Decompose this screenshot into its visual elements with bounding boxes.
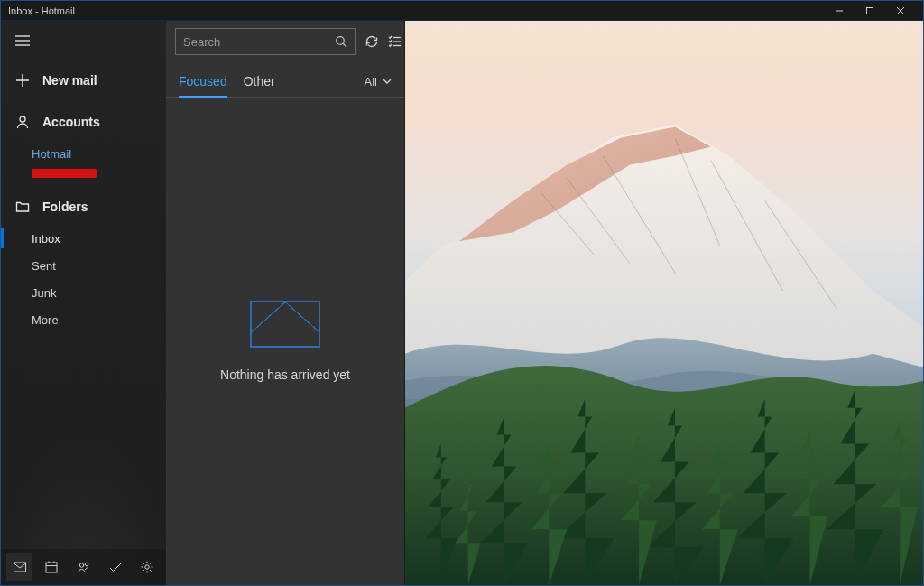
folder-junk[interactable]: Junk bbox=[1, 279, 166, 306]
svg-point-17 bbox=[145, 565, 149, 569]
account-hotmail[interactable]: Hotmail bbox=[1, 140, 166, 167]
svg-point-15 bbox=[79, 563, 83, 567]
envelope-icon bbox=[250, 301, 320, 348]
account-name: Hotmail bbox=[32, 147, 71, 161]
maximize-button[interactable] bbox=[855, 1, 885, 21]
new-mail-label: New mail bbox=[42, 73, 97, 88]
svg-rect-1 bbox=[867, 7, 873, 14]
search-input[interactable] bbox=[183, 35, 335, 49]
search-icon bbox=[335, 35, 347, 48]
people-app-button[interactable] bbox=[70, 553, 97, 581]
empty-state: Nothing has arrived yet bbox=[166, 98, 404, 585]
svg-rect-10 bbox=[14, 563, 25, 572]
sidebar: New mail Accounts Hotmail bbox=[1, 21, 166, 585]
window-title: Inbox - Hotmail bbox=[8, 5, 75, 16]
svg-rect-11 bbox=[46, 563, 57, 572]
sidebar-footer bbox=[1, 549, 166, 585]
folder-more-label: More bbox=[32, 313, 59, 327]
inbox-tabs: Focused Other All bbox=[166, 62, 404, 98]
tab-other-label: Other bbox=[244, 74, 275, 88]
folder-more[interactable]: More bbox=[1, 306, 166, 333]
app-window: Inbox - Hotmail bbox=[0, 0, 924, 586]
mail-app-button[interactable] bbox=[6, 553, 32, 581]
minimize-button[interactable] bbox=[824, 1, 855, 21]
accounts-header[interactable]: Accounts bbox=[1, 104, 166, 140]
accounts-label: Accounts bbox=[42, 115, 100, 129]
folder-icon bbox=[15, 200, 30, 214]
selection-mode-button[interactable] bbox=[388, 32, 402, 51]
hamburger-button[interactable] bbox=[5, 24, 41, 57]
chevron-down-icon bbox=[383, 75, 392, 88]
titlebar: Inbox - Hotmail bbox=[1, 1, 923, 21]
settings-button[interactable] bbox=[134, 553, 161, 581]
app-body: New mail Accounts Hotmail bbox=[1, 21, 923, 585]
tab-focused-label: Focused bbox=[179, 74, 227, 88]
filter-label: All bbox=[365, 75, 377, 88]
plus-icon bbox=[15, 73, 30, 88]
svg-point-18 bbox=[337, 37, 345, 45]
folder-inbox-label: Inbox bbox=[32, 232, 60, 246]
svg-point-9 bbox=[20, 116, 25, 122]
tab-other[interactable]: Other bbox=[244, 66, 275, 97]
tab-focused[interactable]: Focused bbox=[179, 66, 227, 97]
folder-junk-label: Junk bbox=[32, 286, 56, 300]
folder-inbox[interactable]: Inbox bbox=[1, 225, 166, 252]
list-toolbar bbox=[166, 21, 404, 62]
empty-message: Nothing has arrived yet bbox=[220, 367, 350, 382]
close-button[interactable] bbox=[885, 1, 916, 21]
folder-sent-label: Sent bbox=[32, 259, 56, 273]
person-icon bbox=[15, 115, 30, 129]
svg-point-16 bbox=[85, 563, 88, 566]
background-image bbox=[405, 21, 923, 585]
calendar-app-button[interactable] bbox=[38, 553, 64, 581]
svg-line-19 bbox=[343, 43, 346, 47]
window-controls bbox=[824, 1, 916, 21]
folders-header[interactable]: Folders bbox=[1, 189, 166, 225]
filter-dropdown[interactable]: All bbox=[365, 75, 392, 88]
reading-pane bbox=[405, 21, 923, 585]
todo-app-button[interactable] bbox=[102, 553, 128, 581]
folder-sent[interactable]: Sent bbox=[1, 252, 166, 279]
new-mail-button[interactable]: New mail bbox=[1, 62, 166, 98]
account-email-redacted bbox=[32, 169, 97, 178]
sync-button[interactable] bbox=[365, 32, 379, 51]
search-box[interactable] bbox=[175, 28, 356, 55]
message-list-pane: Focused Other All Nothing has arrived ye… bbox=[166, 21, 405, 585]
folders-label: Folders bbox=[42, 200, 88, 214]
